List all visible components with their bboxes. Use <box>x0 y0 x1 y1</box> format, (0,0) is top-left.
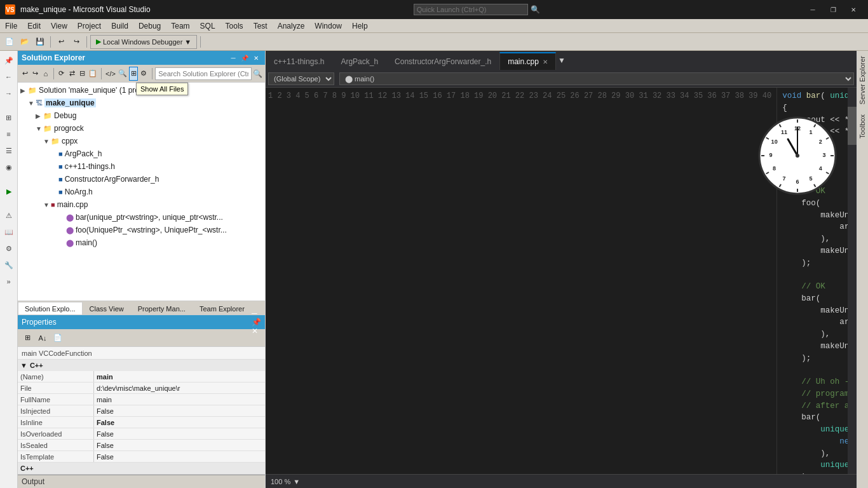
props-title-label: Properties <box>22 318 57 327</box>
redo-btn[interactable]: ↪ <box>69 35 83 49</box>
tree-bar-method[interactable]: ▶ ⬤ bar(unique_ptr<wstring>, unique_ptr<… <box>18 211 265 224</box>
se-home-btn[interactable]: ⌂ <box>41 67 50 81</box>
member-select[interactable]: ⬤ main() <box>339 72 854 85</box>
props-toolbar: ⊞ A↓ 📄 <box>18 329 265 347</box>
act-back[interactable]: ← <box>2 70 16 84</box>
se-code-btn[interactable]: </> <box>105 67 116 81</box>
se-tab-teamexplorer[interactable]: Team Explorer <box>193 302 252 315</box>
menu-build[interactable]: Build <box>106 19 133 33</box>
se-sync-btn[interactable]: ⇄ <box>67 67 76 81</box>
se-search-button[interactable]: 🔍 <box>253 67 262 81</box>
tree-noarg[interactable]: ▶ ■ NoArg.h <box>18 186 265 198</box>
menu-file[interactable]: File <box>0 19 22 33</box>
act-nav4[interactable]: ◉ <box>2 160 16 174</box>
tab-argpackh[interactable]: ArgPack_h <box>332 52 386 70</box>
tab-constructorargforwarder[interactable]: ConstructorArgForwarder_.h <box>386 52 499 70</box>
close-button[interactable]: ✕ <box>844 3 863 16</box>
start-debug-btn[interactable]: ▶ Local Windows Debugger ▼ <box>90 35 197 49</box>
tree-argpack[interactable]: ▶ ■ ArgPack_h <box>18 147 265 160</box>
se-collapse-btn[interactable]: ⊟ <box>78 67 86 81</box>
props-minus-btn[interactable]: ─ <box>252 309 261 318</box>
solution-explorer-tree[interactable]: ▶ 📁 Solution 'make_unique' (1 project) ▼… <box>18 83 265 301</box>
act-pin[interactable]: 📌 <box>2 53 16 67</box>
tree-debug-folder[interactable]: ▶ 📁 Debug <box>18 109 265 122</box>
act-forward[interactable]: → <box>2 86 16 100</box>
prop-fullname-value: main <box>94 394 265 405</box>
tree-main-method[interactable]: ▶ ⬤ main() <box>18 236 265 249</box>
tab-maincpp[interactable]: main.cpp ✕ <box>499 52 556 70</box>
menu-window[interactable]: Window <box>309 19 347 33</box>
toolbox-tab[interactable]: Toolbox <box>857 109 868 144</box>
props-pages-btn[interactable]: 📄 <box>51 331 65 345</box>
props-categories-btn[interactable]: ⊞ <box>20 331 34 345</box>
code-scrollbar[interactable] <box>848 88 857 474</box>
tab-maincpp-close[interactable]: ✕ <box>543 58 548 65</box>
tree-progrock-folder[interactable]: ▼ 📁 progrock <box>18 122 265 135</box>
se-tab-classview[interactable]: Class View <box>83 302 131 315</box>
menu-test[interactable]: Test <box>248 19 273 33</box>
se-settings-btn[interactable]: ⚙ <box>139 67 148 81</box>
prop-name-value: main <box>94 371 265 382</box>
tree-cplusplus11[interactable]: ▶ ■ c++11-things.h <box>18 160 265 173</box>
open-file-btn[interactable]: 📂 <box>18 35 32 49</box>
props-header-controls: ─ 📌 ✕ <box>252 309 261 336</box>
se-tab-propertymanager[interactable]: Property Man... <box>131 302 193 315</box>
zoom-level: 100 % <box>271 478 290 485</box>
main-toolbar: 📄 📂 💾 ↩ ↪ ▶ Local Windows Debugger ▼ <box>0 33 868 51</box>
se-refresh-btn[interactable]: ⟳ <box>57 67 66 81</box>
tree-maincpp[interactable]: ▼ ■ main.cpp <box>18 198 265 211</box>
tree-foo-method[interactable]: ▶ ⬤ foo(UniquePtr_<wstring>, UniquePtr_<… <box>18 224 265 236</box>
show-all-files-btn[interactable]: ⊞ <box>129 67 138 81</box>
tab-overflow-btn[interactable]: ▼ <box>556 51 567 70</box>
tree-constructorarg[interactable]: ▶ ■ ConstructorArgForwarder_h <box>18 173 265 186</box>
se-minus-btn[interactable]: ─ <box>228 53 238 63</box>
menu-project[interactable]: Project <box>72 19 106 33</box>
separator-2 <box>86 36 87 48</box>
zoom-dropdown[interactable]: ▼ <box>293 478 300 485</box>
tab-cpplusplus11things[interactable]: c++11-things.h <box>266 52 332 70</box>
save-btn[interactable]: 💾 <box>33 35 47 49</box>
tree-cppx-folder[interactable]: ▼ 📁 cppx <box>18 135 265 147</box>
act-error[interactable]: ⚠ <box>2 208 16 222</box>
se-toolbar-btn2[interactable]: ↪ <box>31 67 39 81</box>
minimize-button[interactable]: ─ <box>803 3 822 16</box>
menu-team[interactable]: Team <box>166 19 194 33</box>
menu-analyze[interactable]: Analyze <box>273 19 310 33</box>
act-debug[interactable]: ▶ <box>2 184 16 198</box>
file-maincpp-icon: ■ <box>51 201 55 208</box>
menu-edit[interactable]: Edit <box>22 19 46 33</box>
act-nav3[interactable]: ☰ <box>2 144 16 158</box>
code-scrollbar-thumb[interactable] <box>848 107 857 145</box>
menu-sql[interactable]: SQL <box>195 19 220 33</box>
undo-btn[interactable]: ↩ <box>54 35 68 49</box>
se-tab-solution[interactable]: Solution Explo... <box>18 302 83 315</box>
act-book[interactable]: 📖 <box>2 225 16 239</box>
menu-view[interactable]: View <box>46 19 72 33</box>
prop-isinline-label: IsInline <box>18 417 94 428</box>
prop-row-istemplate: IsTemplate False <box>18 451 265 463</box>
act-settings[interactable]: 🔧 <box>2 258 16 272</box>
act-gear[interactable]: ⚙ <box>2 241 16 255</box>
scope-select[interactable]: (Global Scope) <box>268 72 334 85</box>
se-pin-btn[interactable]: 📌 <box>240 53 250 63</box>
se-props-btn[interactable]: 📋 <box>88 67 98 81</box>
act-nav2[interactable]: ≡ <box>2 127 16 141</box>
se-close-btn[interactable]: ✕ <box>251 53 261 63</box>
act-nav1[interactable]: ⊞ <box>2 111 16 125</box>
props-close-btn[interactable]: ✕ <box>252 327 261 336</box>
server-explorer-tab[interactable]: Server Explorer <box>857 51 868 109</box>
menu-debug[interactable]: Debug <box>133 19 166 33</box>
se-filter-btn[interactable]: 🔍 <box>118 67 128 81</box>
tree-project[interactable]: ▼ 🏗 make_unique <box>18 97 265 109</box>
menu-tools[interactable]: Tools <box>220 19 248 33</box>
props-pin-btn[interactable]: 📌 <box>252 318 261 327</box>
props-alpha-btn[interactable]: A↓ <box>36 331 50 345</box>
new-project-btn[interactable]: 📄 <box>3 35 17 49</box>
menu-help[interactable]: Help <box>347 19 373 33</box>
solution-explorer-panel: Solution Explorer ─ 📌 ✕ ↩ ↪ ⌂ ⟳ ⇄ ⊟ 📋 </… <box>18 51 266 488</box>
se-toolbar-btn1[interactable]: ↩ <box>20 67 29 81</box>
quick-launch-input[interactable] <box>414 4 528 15</box>
act-expand[interactable]: » <box>2 274 16 288</box>
se-search-input[interactable] <box>155 67 252 80</box>
restore-button[interactable]: ❐ <box>824 3 843 16</box>
